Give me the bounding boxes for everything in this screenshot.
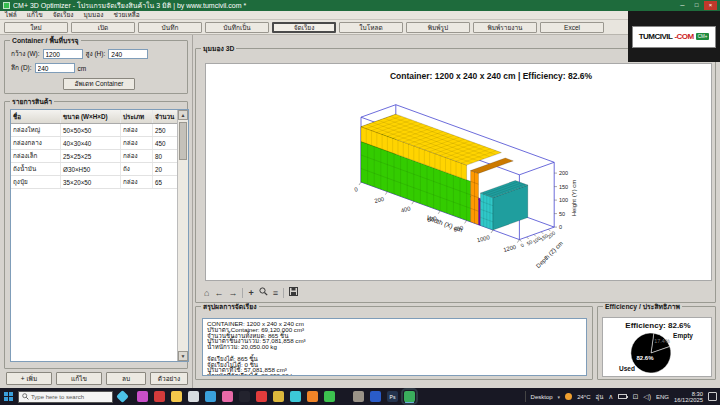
- search-placeholder: Type here to search: [31, 394, 84, 400]
- view3d-groupbox: มุมมอง 3D Container: 1200 x 240 x 240 cm…: [195, 48, 716, 303]
- svg-text:200: 200: [559, 170, 568, 176]
- window-title: CM+ 3D Optimizer - โปรแกรมจัดเรียงสินค้า…: [13, 0, 676, 11]
- notifications-icon[interactable]: [708, 392, 717, 401]
- add-item-button[interactable]: + เพิ่ม: [6, 372, 52, 385]
- weather-desc[interactable]: อุ่น: [596, 392, 604, 402]
- desktop-label[interactable]: Desktop: [531, 394, 553, 400]
- pan-icon[interactable]: +: [248, 288, 253, 298]
- file-explorer-icon[interactable]: [171, 391, 182, 402]
- line-icon[interactable]: [324, 391, 335, 402]
- minimize-icon[interactable]: ─: [676, 1, 689, 10]
- sample-data-button[interactable]: ตัวอย่าง: [150, 372, 188, 385]
- scroll-down-icon[interactable]: ▼: [178, 351, 188, 361]
- svg-text:100: 100: [559, 197, 568, 203]
- zoom-icon[interactable]: [259, 287, 268, 298]
- table-row[interactable]: กล่องเล็ก25×25×25กล่อง80: [11, 150, 188, 163]
- y-axis-label: Height (Y) cm: [571, 180, 577, 217]
- language-indicator[interactable]: ENG: [656, 394, 669, 400]
- gimp-icon[interactable]: [353, 391, 364, 402]
- summary-textarea[interactable]: CONTAINER: 1200 x 240 x 240 cmปริมาตร Co…: [202, 318, 587, 376]
- home-icon[interactable]: ⌂: [204, 288, 209, 298]
- save-icon[interactable]: [289, 287, 298, 298]
- weather-icon: [565, 393, 572, 400]
- cm-badge: CM+: [696, 33, 710, 40]
- efficiency-card: Efficiency: 82.6% Empty 17.4% 82.6% Used: [602, 317, 712, 377]
- items-table: ชื่อขนาด (W×H×D)ประเภทจำนวนกล่องใหญ่50×5…: [10, 109, 189, 362]
- chevron-up-icon[interactable]: ▾: [558, 394, 561, 400]
- toolbar-button-3[interactable]: บันทึกเป็น: [205, 22, 269, 33]
- plot-canvas[interactable]: Container: 1200 x 240 x 240 cm | Efficie…: [205, 63, 712, 281]
- back-icon[interactable]: ←: [214, 288, 223, 298]
- menu-item-4[interactable]: ช่วยเหลือ: [108, 10, 144, 20]
- console-icon[interactable]: [239, 391, 250, 402]
- firefox-icon[interactable]: [307, 391, 318, 402]
- toolbar-button-0[interactable]: ใหม่: [4, 22, 68, 33]
- table-row[interactable]: กล่องกลาง40×30×40กล่อง450: [11, 137, 188, 150]
- store-icon[interactable]: [188, 391, 199, 402]
- depth-input[interactable]: [35, 63, 75, 73]
- unit-label: cm: [78, 65, 87, 72]
- scroll-thumb[interactable]: [179, 122, 187, 160]
- pie-label-used: Used: [619, 365, 635, 372]
- opera-icon[interactable]: [256, 391, 267, 402]
- svg-text:400: 400: [400, 205, 411, 213]
- menu-item-1[interactable]: แก้ไข: [22, 10, 48, 20]
- svg-text:200: 200: [374, 196, 385, 204]
- volume-icon[interactable]: ◁): [643, 393, 651, 401]
- svg-text:1200: 1200: [503, 244, 517, 253]
- cm-app-icon[interactable]: [404, 391, 415, 402]
- table-scrollbar[interactable]: ▲ ▼: [177, 110, 188, 361]
- toolbar-button-4[interactable]: จัดเรียง: [272, 22, 336, 33]
- container-3d-plot: Container: 1200 x 240 x 240 cm | Efficie…: [206, 64, 713, 282]
- delete-item-button[interactable]: ลบ: [106, 372, 146, 385]
- efficiency-pie-chart: Efficiency: 82.6% Empty 17.4% 82.6% Used: [603, 318, 713, 376]
- search-icon: [22, 393, 29, 400]
- scroll-up-icon[interactable]: ▲: [178, 110, 188, 120]
- clock-date: 16/12/2025: [674, 397, 703, 403]
- toolbar-button-6[interactable]: พิมพ์รูป: [406, 22, 470, 33]
- photoshop-icon[interactable]: Ps: [387, 391, 398, 402]
- menu-item-3[interactable]: มุมมอง: [78, 10, 108, 20]
- menu-item-2[interactable]: จัดเรียง: [48, 10, 79, 20]
- edge-icon[interactable]: [205, 391, 216, 402]
- maximize-icon[interactable]: □: [690, 1, 703, 10]
- tray-chevron-icon[interactable]: ∧: [608, 393, 613, 401]
- width-input[interactable]: [43, 49, 83, 59]
- table-row[interactable]: กล่องใหญ่50×50×50กล่อง250: [11, 124, 188, 137]
- toolbar-button-8[interactable]: Excel: [540, 22, 604, 33]
- toolbar-button-7[interactable]: พิมพ์รายงาน: [473, 22, 537, 33]
- battery-icon[interactable]: [618, 394, 627, 399]
- menu-bar: ไฟล์แก้ไขจัดเรียงมุมมองช่วยเหลือ: [0, 11, 628, 20]
- chrome-icon[interactable]: [273, 391, 284, 402]
- table-row[interactable]: ถุงปุ๋ย35×20×50กล่อง65: [11, 176, 188, 189]
- pie-title: Efficiency: 82.6%: [625, 321, 690, 330]
- word-icon[interactable]: [370, 391, 381, 402]
- menu-item-0[interactable]: ไฟล์: [0, 10, 22, 20]
- screen-recorder-icon[interactable]: [154, 391, 165, 402]
- app-icon: [3, 2, 10, 9]
- toolbar-button-1[interactable]: เปิด: [71, 22, 135, 33]
- svg-text:1000: 1000: [476, 234, 490, 243]
- photos-icon[interactable]: [222, 391, 233, 402]
- svg-text:0: 0: [519, 242, 525, 249]
- taskbar-clock[interactable]: 8:30 16/12/2025: [674, 391, 703, 403]
- taskbar-search[interactable]: Type here to search: [18, 391, 113, 403]
- network-icon[interactable]: ⊡: [632, 393, 638, 401]
- toolbar-button-5[interactable]: ใบโหลด: [339, 22, 403, 33]
- forward-icon[interactable]: →: [228, 288, 237, 298]
- media-app-icon[interactable]: [290, 391, 301, 402]
- height-input[interactable]: [108, 49, 148, 59]
- pinwheel-icon[interactable]: [137, 391, 148, 402]
- update-container-button[interactable]: อัพเดท Container: [63, 78, 135, 90]
- table-row[interactable]: ถังน้ำมันØ30×H50ถัง20: [11, 163, 188, 176]
- pie-label-empty: Empty: [673, 332, 693, 340]
- start-button[interactable]: [0, 388, 16, 405]
- toolbar-button-2[interactable]: บันทึก: [138, 22, 202, 33]
- weather-temp[interactable]: 24°C: [577, 394, 590, 400]
- toolbar: ใหม่เปิดบันทึกบันทึกเป็นจัดเรียงใบโหลดพิ…: [0, 20, 628, 35]
- configure-icon[interactable]: ≡: [273, 288, 278, 298]
- edit-item-button[interactable]: แก้ไข: [56, 372, 102, 385]
- close-icon[interactable]: ×: [704, 1, 717, 10]
- table-header: ชื่อขนาด (W×H×D)ประเภทจำนวน: [11, 110, 188, 124]
- cortana-icon[interactable]: [116, 390, 129, 403]
